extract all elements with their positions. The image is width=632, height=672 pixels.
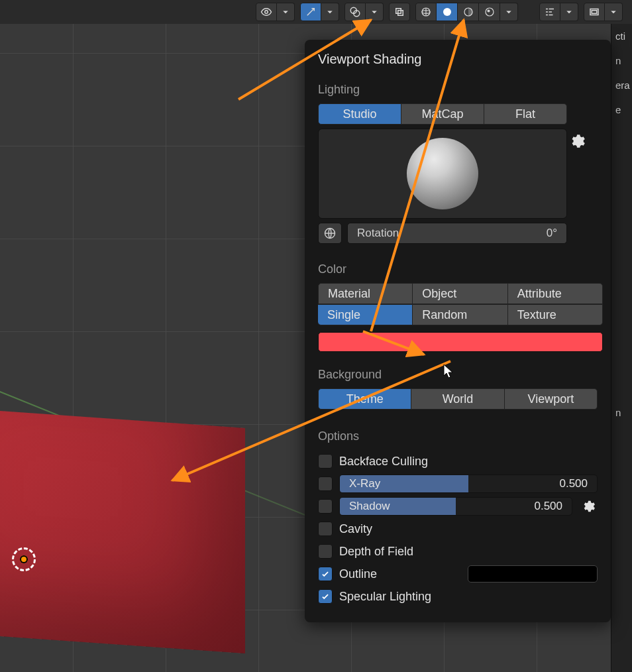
cursor-3d: [12, 547, 36, 571]
sliver-text: n: [611, 48, 632, 73]
shadow-checkbox[interactable]: [318, 499, 333, 514]
studio-preview[interactable]: [318, 129, 567, 219]
sliver-text: cti: [611, 24, 632, 48]
color-attribute[interactable]: Attribute: [508, 283, 603, 304]
sliver-text: era: [611, 73, 632, 97]
specular-checkbox[interactable]: [318, 589, 333, 604]
gizmo-chevron[interactable]: [321, 3, 339, 21]
visibility-dropdown[interactable]: [256, 3, 277, 21]
studio-sphere-icon: [407, 138, 478, 209]
xray-checkbox[interactable]: [318, 476, 333, 491]
rotation-value: 0°: [547, 227, 557, 240]
shadow-label: Shadow: [349, 500, 390, 513]
outline-checkbox[interactable]: [318, 567, 333, 581]
single-color-swatch[interactable]: [318, 332, 603, 352]
outliner-filter[interactable]: [539, 3, 560, 21]
world-space-toggle[interactable]: [318, 223, 342, 244]
lighting-label: Lighting: [318, 83, 598, 97]
outline-color-swatch[interactable]: [468, 565, 598, 583]
sliver-text: e: [611, 97, 632, 122]
color-random[interactable]: Random: [413, 304, 507, 325]
backface-label: Backface Culling: [339, 455, 428, 469]
shadow-settings-button[interactable]: [579, 497, 598, 516]
display-mode[interactable]: [584, 3, 605, 21]
shadow-value: 0.500: [534, 500, 562, 513]
shading-material[interactable]: [458, 3, 479, 21]
mesh-cube[interactable]: [0, 410, 245, 653]
background-theme[interactable]: Theme: [318, 388, 411, 410]
mouse-cursor-icon: [443, 363, 456, 379]
xray-value: 0.500: [559, 477, 588, 490]
background-world[interactable]: World: [411, 388, 504, 410]
background-label: Background: [318, 368, 598, 382]
shading-wireframe[interactable]: [415, 3, 437, 21]
cavity-label: Cavity: [339, 522, 372, 536]
outliner-filter-chevron[interactable]: [560, 3, 578, 21]
shading-dropdown-chevron[interactable]: [500, 3, 518, 21]
overlay-chevron[interactable]: [366, 3, 384, 21]
color-single[interactable]: Single: [318, 304, 413, 325]
dof-checkbox[interactable]: [318, 544, 333, 559]
overlay-toggle[interactable]: [344, 3, 366, 21]
outline-label: Outline: [339, 567, 377, 581]
lighting-studio[interactable]: Studio: [318, 103, 401, 125]
rotation-readout[interactable]: Rotation 0°: [347, 223, 567, 244]
background-segmented: Theme World Viewport: [318, 388, 598, 410]
background-viewport[interactable]: Viewport: [505, 388, 598, 410]
xray-toggle[interactable]: [389, 3, 410, 21]
svg-point-0: [265, 11, 268, 14]
right-panel-edge: cti n era e n: [611, 24, 632, 672]
lighting-matcap[interactable]: MatCap: [401, 103, 484, 125]
dof-label: Depth of Field: [339, 545, 413, 559]
color-label: Color: [318, 262, 598, 276]
svg-point-7: [443, 8, 451, 16]
svg-rect-12: [592, 11, 597, 14]
popover-title: Viewport Shading: [318, 52, 598, 67]
visibility-chevron[interactable]: [277, 3, 295, 21]
shadow-slider[interactable]: Shadow 0.500: [339, 497, 572, 516]
lighting-flat[interactable]: Flat: [484, 103, 567, 125]
color-segmented: Material Object Attribute Single Random …: [318, 283, 603, 325]
viewport-header: [0, 0, 632, 24]
studio-settings-button[interactable]: [568, 133, 586, 152]
backface-checkbox[interactable]: [318, 454, 333, 469]
cavity-checkbox[interactable]: [318, 522, 333, 536]
svg-point-10: [488, 10, 490, 12]
options-label: Options: [318, 429, 598, 443]
color-object[interactable]: Object: [413, 283, 507, 304]
viewport-shading-popover: Viewport Shading Lighting Studio MatCap …: [305, 40, 611, 622]
shading-solid[interactable]: [437, 3, 458, 21]
display-mode-chevron[interactable]: [605, 3, 623, 21]
sliver-text: n: [611, 400, 632, 425]
color-material[interactable]: Material: [318, 283, 413, 304]
xray-label: X-Ray: [349, 477, 380, 490]
shading-rendered[interactable]: [479, 3, 500, 21]
xray-slider[interactable]: X-Ray 0.500: [339, 475, 598, 493]
rotation-label: Rotation: [357, 227, 399, 240]
svg-point-9: [486, 8, 494, 16]
specular-label: Specular Lighting: [339, 590, 431, 604]
color-texture[interactable]: Texture: [508, 304, 603, 325]
lighting-segmented: Studio MatCap Flat: [318, 103, 567, 125]
gizmo-toggle[interactable]: [300, 3, 321, 21]
